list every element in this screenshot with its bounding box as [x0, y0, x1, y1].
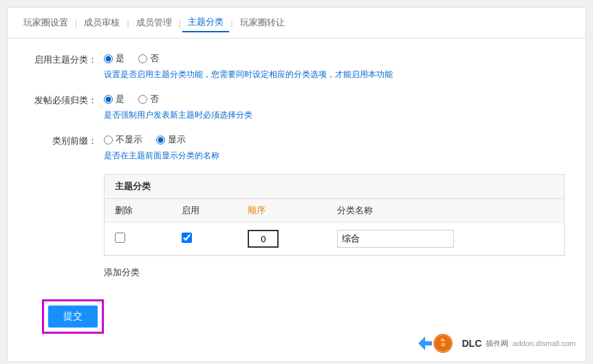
post-no-option[interactable]: 否: [138, 93, 159, 105]
post-required-content: 是 否 是否强制用户发表新主题时必须选择分类: [104, 93, 565, 121]
enable-hint: 设置是否启用主题分类功能，您需要同时设定相应的分类选项，才能启用本功能: [104, 69, 565, 81]
svg-marker-0: [418, 336, 432, 350]
prefix-options: 不显示 显示: [104, 133, 565, 146]
post-required-options: 是 否: [104, 93, 565, 105]
logo-brand-text: DLC: [462, 338, 482, 349]
enable-content: 是 否 设置是否启用主题分类功能，您需要同时设定相应的分类选项，才能启用本功能: [104, 52, 565, 81]
content-area: 启用主题分类： 是 否 设置是否启用主题分类功能，您需要同时设定相应的分类选项，…: [8, 39, 585, 361]
add-category-link[interactable]: 添加分类: [104, 267, 140, 277]
nav-sep-2: |: [125, 18, 130, 28]
nav-item-audit[interactable]: 成员审核: [78, 14, 125, 32]
category-table: 删除 启用 顺序 分类名称: [105, 199, 564, 255]
post-yes-option[interactable]: 是: [104, 93, 125, 105]
svg-text:22: 22: [441, 343, 445, 347]
post-required-hint: 是否强制用户发表新主题时必须选择分类: [104, 109, 565, 121]
col-order: 顺序: [237, 199, 326, 223]
post-no-radio[interactable]: [138, 95, 147, 104]
prefix-content: 不显示 显示 是否在主题前面显示分类的名称: [104, 133, 565, 162]
enable-no-radio[interactable]: [138, 54, 147, 63]
nav-sep-4: |: [229, 18, 234, 28]
prefix-hide-label: 不显示: [116, 133, 142, 146]
delete-checkbox[interactable]: [115, 233, 125, 243]
bottom-logo: DL 22 DLC 插件网 addon.dismall.com: [417, 333, 576, 354]
nav-item-settings[interactable]: 玩家圈设置: [18, 14, 74, 32]
enable-no-label: 否: [150, 52, 159, 65]
category-section: 主题分类 删除 启用 顺序 分类名称: [104, 174, 565, 256]
logo-brand: DLC: [462, 338, 482, 349]
prefix-hint: 是否在主题前面显示分类的名称: [104, 150, 565, 162]
svg-text:DL: DL: [440, 338, 445, 342]
logo-url: addon.dismall.com: [513, 339, 576, 347]
enable-cell: [171, 223, 238, 255]
name-cell: [327, 223, 564, 255]
enable-no-option[interactable]: 否: [138, 52, 159, 65]
nav-item-transfer[interactable]: 玩家圈转让: [235, 14, 290, 32]
col-name: 分类名称: [327, 199, 564, 223]
enable-checkbox[interactable]: [182, 233, 192, 243]
post-required-label: 发帖必须归类：: [28, 93, 104, 107]
table-header-row: 删除 启用 顺序 分类名称: [105, 199, 564, 223]
prefix-show-label: 显示: [168, 133, 186, 146]
category-name-input[interactable]: [337, 230, 454, 248]
top-nav: 玩家圈设置 | 成员审核 | 成员管理 | 主题分类 | 玩家圈转让: [8, 8, 585, 39]
delete-cell: [105, 223, 171, 255]
post-no-label: 否: [150, 93, 159, 105]
enable-label: 启用主题分类：: [28, 52, 104, 66]
enable-yes-label: 是: [116, 52, 125, 65]
col-delete: 删除: [105, 199, 171, 223]
prefix-show-option[interactable]: 显示: [156, 133, 186, 146]
nav-sep-1: |: [74, 18, 78, 28]
nav-sep-3: |: [177, 18, 182, 28]
add-category-section: 添加分类: [104, 266, 565, 279]
enable-yes-radio[interactable]: [104, 54, 113, 63]
post-required-row: 发帖必须归类： 是 否 是否强制用户发表新主题时必须选择分类: [28, 93, 565, 121]
prefix-hide-option[interactable]: 不显示: [104, 133, 142, 146]
enable-row: 启用主题分类： 是 否 设置是否启用主题分类功能，您需要同时设定相应的分类选项，…: [28, 52, 565, 81]
post-yes-label: 是: [116, 93, 125, 105]
order-input[interactable]: [248, 230, 279, 248]
logo-suffix: 插件网: [486, 339, 508, 349]
dlc-logo-svg: DL 22: [417, 333, 458, 354]
nav-item-category[interactable]: 主题分类: [182, 13, 229, 32]
category-section-title: 主题分类: [105, 175, 564, 199]
table-row: [105, 223, 564, 255]
col-enable: 启用: [171, 199, 238, 223]
enable-yes-option[interactable]: 是: [104, 52, 125, 65]
nav-item-manage[interactable]: 成员管理: [131, 14, 177, 32]
submit-button[interactable]: 提交: [48, 306, 98, 328]
post-yes-radio[interactable]: [104, 95, 113, 104]
page-wrapper: 玩家圈设置 | 成员审核 | 成员管理 | 主题分类 | 玩家圈转让 启用主题分…: [7, 7, 586, 362]
submit-wrapper: 提交: [42, 299, 104, 334]
order-cell: [237, 223, 326, 255]
prefix-hide-radio[interactable]: [104, 136, 113, 144]
enable-options: 是 否: [104, 52, 565, 65]
prefix-label: 类别前缀：: [28, 133, 104, 147]
prefix-row: 类别前缀： 不显示 显示 是否在主题前面显示分类的名称: [28, 133, 565, 162]
prefix-show-radio[interactable]: [156, 136, 165, 144]
